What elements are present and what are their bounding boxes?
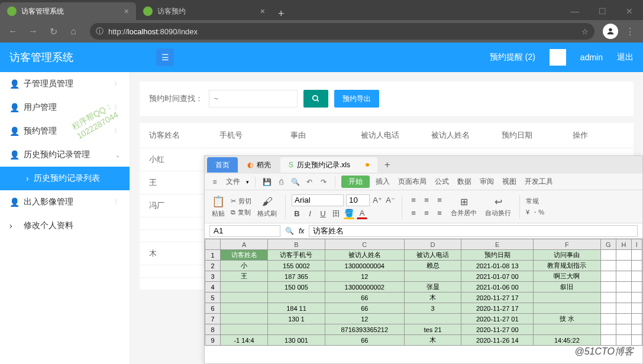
th-visitee-phone: 被访人电话 (351, 123, 422, 148)
fill-color-button[interactable]: 🪣 (344, 209, 354, 219)
browser-tab-1[interactable]: 访客管理系统 × (0, 2, 136, 20)
align-bot-icon[interactable]: ≡ (434, 195, 445, 206)
underline-button[interactable]: U (318, 209, 328, 219)
wrap-group[interactable]: ↩自动换行 (483, 196, 513, 217)
formula-bar: 🔍 fx (205, 223, 642, 239)
date-search-input[interactable] (209, 90, 298, 108)
copy-button[interactable]: ⧉复制 (231, 208, 251, 217)
window-controls: — ☐ ✕ (561, 2, 643, 20)
redo-icon[interactable]: ↷ (318, 177, 329, 187)
decrease-font-icon[interactable]: A⁻ (385, 195, 396, 206)
brush-icon: 🖌 (262, 196, 273, 208)
fx-search-icon[interactable]: 🔍 (285, 227, 294, 235)
print-icon[interactable]: ⎙ (276, 177, 286, 187)
sidebar-item-admin[interactable]: 👤子管理员管理〉 (0, 72, 130, 96)
brush-group[interactable]: 🖌格式刷 (255, 196, 279, 218)
wps-toolbar: 📋粘贴 ✂剪切 ⧉复制 🖌格式刷 A⁺ A⁻ B I U 田 🪣 A (205, 190, 642, 223)
align-right-icon[interactable]: ≡ (434, 208, 445, 219)
back-button[interactable]: ← (5, 23, 21, 40)
layout-tab[interactable]: 页面布局 (396, 177, 429, 187)
align-mid-icon[interactable]: ≡ (421, 195, 432, 206)
start-tab[interactable]: 开始 (341, 176, 370, 188)
data-tab[interactable]: 数据 (455, 177, 474, 187)
close-button[interactable]: ✕ (616, 2, 643, 20)
notify-link[interactable]: 预约提醒 (2) (490, 52, 535, 63)
svg-point-1 (313, 96, 318, 100)
wps-tab-home[interactable]: 首页 (207, 157, 238, 173)
sidebar-toggle[interactable]: ☰ (156, 48, 174, 66)
url-text: http://localhost:8090/index (108, 27, 198, 36)
sidebar: 程序帮QQ：1022287044 👤子管理员管理〉 👤用户管理〉 👤预约管理〉 … (0, 72, 130, 364)
browser-tab-2[interactable]: 访客预约 × (136, 2, 272, 20)
logout-link[interactable]: 退出 (617, 52, 634, 63)
th-visitee-name: 被访人姓名 (422, 123, 492, 148)
align-center-icon[interactable]: ≡ (421, 208, 432, 219)
sidebar-item-history[interactable]: 👤历史预约记录管理⌄ (0, 143, 130, 167)
spreadsheet-area[interactable]: ABCDEFGHI1访客姓名访客手机号被访人姓名被访人电话预约日期访问事由2小1… (205, 239, 642, 363)
address-bar[interactable]: ⓘ http://localhost:8090/index ☆ (90, 23, 594, 40)
border-button[interactable]: 田 (331, 209, 341, 219)
view-tab[interactable]: 视图 (500, 177, 519, 187)
align-top-icon[interactable]: ≡ (408, 195, 419, 206)
spring-icon (7, 6, 17, 16)
menu-icon[interactable]: ≡ (209, 177, 220, 187)
sidebar-item-booking[interactable]: 👤预约管理〉 (0, 119, 130, 143)
size-select[interactable] (346, 194, 370, 206)
format-normal[interactable]: 常规 (526, 197, 539, 206)
reload-button[interactable]: ↻ (45, 23, 62, 40)
sidebar-item-users[interactable]: 👤用户管理〉 (0, 96, 130, 119)
font-color-button[interactable]: A (357, 209, 367, 219)
fx-icon: fx (299, 227, 304, 235)
star-icon[interactable]: ☆ (581, 27, 589, 36)
formula-input[interactable] (309, 225, 638, 237)
browser-titlebar: 访客管理系统 × 访客预约 × + — ☐ ✕ (0, 0, 643, 20)
wps-tab-doke[interactable]: ◐稻壳 (239, 157, 279, 173)
new-tab-button[interactable]: + (272, 8, 290, 20)
save-icon[interactable]: 💾 (261, 177, 272, 187)
chevron-right-icon: 〉 (114, 103, 120, 112)
sidebar-item-profile[interactable]: ›修改个人资料 (0, 214, 130, 238)
increase-font-icon[interactable]: A⁺ (372, 195, 383, 206)
paste-group[interactable]: 📋粘贴 (209, 195, 227, 218)
close-icon[interactable]: × (260, 6, 265, 16)
review-tab[interactable]: 审阅 (477, 177, 496, 187)
search-button[interactable] (303, 90, 328, 108)
wps-menubar: ≡ 文件▾ 💾 ⎙ 🔍 ↶ ↷ 开始 插入 页面布局 公式 数据 审阅 视图 开… (205, 174, 642, 190)
insert-tab[interactable]: 插入 (373, 177, 392, 187)
chevron-right-icon: › (9, 221, 18, 230)
undo-icon[interactable]: ↶ (304, 177, 315, 187)
preview-icon[interactable]: 🔍 (290, 177, 301, 187)
font-select[interactable] (292, 194, 344, 206)
export-button[interactable]: 预约导出 (334, 90, 379, 108)
modified-dot-icon (366, 163, 369, 167)
align-left-icon[interactable]: ≡ (408, 208, 419, 219)
close-icon[interactable]: × (124, 6, 129, 16)
wps-tabs: 首页 ◐稻壳 S历史预约记录.xls + (205, 156, 642, 174)
italic-button[interactable]: I (305, 209, 315, 219)
cut-button[interactable]: ✂剪切 (231, 197, 251, 206)
avatar[interactable] (550, 49, 566, 66)
app-title: 访客管理系统 (9, 50, 73, 64)
th-date: 预约日期 (492, 123, 563, 148)
merge-group[interactable]: ⊞合并居中 (448, 196, 479, 217)
spring-icon (143, 6, 153, 16)
search-row: 预约时间查找： 预约导出 (140, 82, 634, 116)
profile-button[interactable] (603, 24, 618, 39)
username[interactable]: admin (580, 53, 603, 62)
file-menu[interactable]: 文件 (224, 177, 243, 187)
dev-tab[interactable]: 开发工具 (522, 177, 555, 187)
bold-button[interactable]: B (292, 209, 302, 219)
minimize-button[interactable]: — (561, 2, 589, 20)
sidebar-item-media[interactable]: 👤出入影像管理〉 (0, 190, 130, 214)
user-icon: 👤 (9, 150, 18, 160)
wps-new-tab[interactable]: + (379, 160, 396, 170)
cell-ref-input[interactable] (209, 225, 280, 237)
forward-button[interactable]: → (25, 23, 41, 40)
formula-tab[interactable]: 公式 (432, 177, 451, 187)
sidebar-subitem-history-list[interactable]: ›历史预约记录列表 (0, 167, 130, 190)
wps-tab-file[interactable]: S历史预约记录.xls (280, 157, 377, 173)
maximize-button[interactable]: ☐ (589, 2, 616, 20)
home-button[interactable]: ⌂ (65, 23, 82, 40)
menu-button[interactable]: ⋮ (622, 23, 638, 40)
currency-button[interactable]: ¥ (526, 209, 529, 216)
